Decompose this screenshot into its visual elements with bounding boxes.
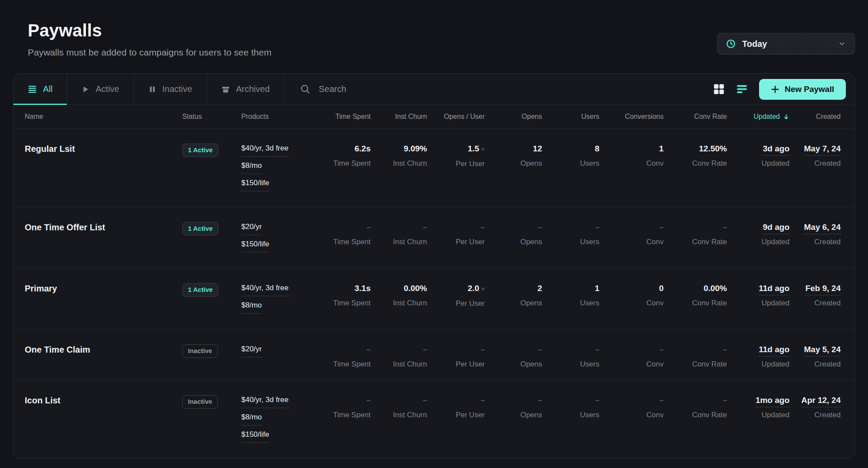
- header-name[interactable]: Name: [25, 113, 182, 121]
- created-value[interactable]: May 6, 24: [804, 223, 841, 234]
- tab-all-label: All: [43, 84, 53, 94]
- header-created[interactable]: Created: [789, 113, 841, 121]
- paywall-name: Primary: [25, 284, 57, 293]
- stat-value: 0.00%: [664, 283, 727, 294]
- product-item[interactable]: $40/yr, 3d free: [241, 283, 289, 296]
- header-products[interactable]: Products: [241, 113, 310, 121]
- stat-value: –: [542, 395, 599, 406]
- stat-label: Time Spent: [310, 238, 371, 246]
- list-view-icon[interactable]: [736, 83, 748, 95]
- products-cell: $40/yr, 3d free$8/mo$150/life: [241, 144, 310, 196]
- updated-value[interactable]: 1mo ago: [756, 396, 789, 407]
- stat-cell-conv: –Conv: [599, 395, 664, 447]
- header-users[interactable]: Users: [542, 113, 599, 121]
- stat-label: Conv: [599, 411, 664, 419]
- updated-value[interactable]: 3d ago: [763, 144, 789, 156]
- created-cell: May 5, 24 Created: [789, 344, 841, 369]
- name-cell: Primary: [25, 283, 182, 318]
- header-inst-churn[interactable]: Inst Churn: [371, 113, 427, 121]
- created-value[interactable]: Feb 9, 24: [806, 284, 841, 295]
- status-cell: Inactive: [182, 395, 241, 447]
- stat-value: –: [485, 222, 542, 232]
- product-item[interactable]: $8/mo: [241, 161, 262, 174]
- created-value[interactable]: Apr 12, 24: [801, 396, 841, 407]
- paywall-row[interactable]: One Time Claim Inactive $20/yr –Time Spe…: [13, 329, 855, 380]
- name-cell: One Time Offer List: [25, 222, 182, 257]
- paywall-row[interactable]: Regular Lsit 1 Active $40/yr, 3d free$8/…: [13, 128, 855, 207]
- tab-inactive[interactable]: Inactive: [134, 74, 207, 105]
- product-item[interactable]: $150/life: [241, 178, 269, 191]
- created-label: Created: [789, 159, 841, 168]
- paywall-row[interactable]: One Time Offer List 1 Active $20/yr$150/…: [13, 207, 855, 268]
- stat-cell-per-user: 2.0 ×Per User: [427, 283, 485, 318]
- header-time-spent[interactable]: Time Spent: [310, 113, 371, 121]
- product-item[interactable]: $150/life: [241, 239, 269, 252]
- paywall-row[interactable]: Primary 1 Active $40/yr, 3d free$8/mo 3.…: [13, 268, 855, 329]
- updated-label: Updated: [727, 299, 789, 308]
- tab-all[interactable]: All: [13, 74, 67, 105]
- stat-label: Opens: [485, 299, 542, 308]
- stat-label: Inst Churn: [371, 360, 427, 369]
- play-icon: [82, 85, 89, 93]
- product-item[interactable]: $150/life: [241, 430, 269, 443]
- updated-cell: 3d ago Updated: [727, 144, 789, 196]
- stat-label: Time Spent: [310, 411, 371, 419]
- stat-cell-per-user: –Per User: [427, 344, 485, 369]
- header-opens-user[interactable]: Opens / User: [427, 113, 485, 121]
- header-status[interactable]: Status: [182, 113, 241, 121]
- created-label: Created: [789, 360, 841, 369]
- products-cell: $20/yr: [241, 344, 310, 369]
- grid-view-icon[interactable]: [713, 83, 725, 95]
- stat-cell-opens: –Opens: [485, 344, 542, 369]
- stat-value: –: [310, 395, 371, 406]
- new-paywall-button[interactable]: New Paywall: [759, 79, 846, 100]
- rows-icon: [28, 85, 37, 94]
- stat-value: 0.00%: [371, 283, 427, 294]
- created-value[interactable]: May 7, 24: [804, 144, 841, 156]
- tab-archived-label: Archived: [236, 84, 270, 94]
- created-label: Created: [789, 238, 841, 246]
- stat-label: Conv Rate: [664, 299, 727, 308]
- tab-active[interactable]: Active: [67, 74, 134, 105]
- product-item[interactable]: $40/yr, 3d free: [241, 395, 289, 408]
- paywalls-panel: All Active Inactive Archived: [13, 73, 855, 459]
- stat-cell-conv-rate: –Conv Rate: [664, 344, 727, 369]
- header-updated-label: Updated: [754, 113, 780, 121]
- stat-label: Opens: [485, 159, 542, 168]
- status-cell: Inactive: [182, 344, 241, 369]
- tab-archived[interactable]: Archived: [207, 74, 285, 105]
- updated-value[interactable]: 11d ago: [759, 284, 789, 295]
- header-opens[interactable]: Opens: [485, 113, 542, 121]
- name-cell: Regular Lsit: [25, 144, 182, 196]
- created-value[interactable]: May 5, 24: [804, 345, 841, 357]
- header-updated[interactable]: Updated: [727, 113, 789, 121]
- search-input[interactable]: [319, 84, 713, 94]
- updated-cell: 9d ago Updated: [727, 222, 789, 257]
- product-item[interactable]: $40/yr, 3d free: [241, 144, 289, 157]
- products-cell: $20/yr$150/life: [241, 222, 310, 257]
- stat-cell-per-user: –Per User: [427, 395, 485, 447]
- updated-value[interactable]: 11d ago: [759, 345, 789, 357]
- stat-cell-conv-rate: –Conv Rate: [664, 395, 727, 447]
- stat-label: Time Spent: [310, 159, 371, 168]
- updated-label: Updated: [727, 411, 789, 419]
- stat-label: Conv: [599, 159, 664, 168]
- stat-value: –: [371, 395, 427, 406]
- header-conversions[interactable]: Conversions: [599, 113, 664, 121]
- status-badge: Inactive: [182, 395, 218, 409]
- product-item[interactable]: $20/yr: [241, 222, 262, 235]
- stat-value: 8: [542, 144, 599, 154]
- product-item[interactable]: $20/yr: [241, 344, 262, 357]
- paywall-row[interactable]: Icon List Inactive $40/yr, 3d free$8/mo$…: [13, 380, 855, 458]
- updated-value[interactable]: 9d ago: [763, 223, 789, 234]
- page-header: Paywalls Paywalls must be added to campa…: [0, 0, 868, 58]
- search-box: [284, 74, 713, 105]
- plus-icon: [771, 85, 779, 94]
- date-filter-dropdown[interactable]: Today: [717, 33, 855, 55]
- product-item[interactable]: $8/mo: [241, 412, 262, 425]
- stat-label: Conv Rate: [664, 411, 727, 419]
- header-conv-rate[interactable]: Conv Rate: [664, 113, 727, 121]
- stat-value: 3.1s: [310, 283, 371, 294]
- product-item[interactable]: $8/mo: [241, 301, 262, 314]
- stat-value: 1: [599, 144, 664, 154]
